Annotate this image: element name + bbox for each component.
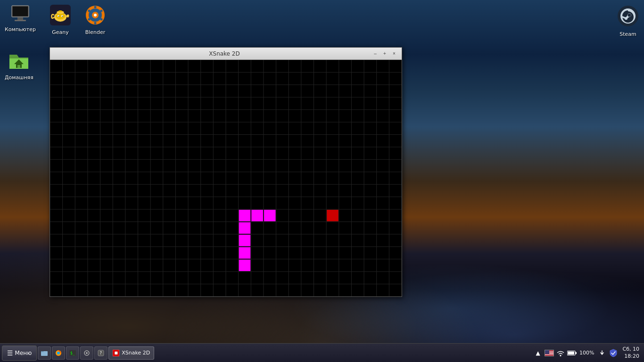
svg-rect-38 [568, 351, 574, 354]
taskbar-app5-btn[interactable]: ? [94, 346, 107, 360]
taskbar-filemanager-btn[interactable] [38, 346, 51, 360]
desktop-icon-geany[interactable]: Geany [50, 5, 71, 35]
desktop-icons-top-row: Компьютер [5, 5, 106, 35]
taskbar-tray: ▲ [533, 346, 642, 360]
desktop: Компьютер [0, 0, 644, 362]
svg-rect-3 [15, 20, 26, 21]
svg-point-22 [88, 10, 90, 12]
battery-icon [567, 350, 577, 356]
update-icon [598, 349, 606, 357]
svg-point-6 [56, 13, 65, 19]
taskbar: ☰ Меню [0, 343, 644, 362]
home-folder-label: Домашняя [5, 74, 33, 81]
desktop-icon-computer[interactable]: Компьютер [5, 5, 36, 33]
menu-label: Меню [15, 350, 32, 356]
taskbar-terminal-btn[interactable]: $_ [66, 346, 79, 360]
taskbar-settings-btn[interactable] [80, 346, 93, 360]
taskbar-menu-button[interactable]: ☰ Меню [2, 346, 37, 361]
menu-icon: ☰ [7, 349, 13, 357]
tray-battery[interactable] [567, 348, 577, 358]
geany-icon [50, 5, 71, 27]
svg-point-35 [560, 355, 561, 356]
svg-point-12 [62, 16, 63, 17]
xsnake-window-indicator: ■ [113, 350, 119, 356]
desktop-icon-steam[interactable]: Steam [617, 5, 639, 37]
taskbar-firefox-btn[interactable] [52, 346, 65, 360]
svg-point-21 [88, 18, 90, 21]
close-button[interactable]: × [390, 50, 398, 58]
steam-icon [617, 5, 639, 29]
blender-icon [85, 5, 106, 27]
taskbar-xsnake-btn[interactable]: ■ XSnake 2D [108, 346, 154, 360]
svg-point-18 [100, 10, 102, 12]
taskbar-windows: ■ XSnake 2D [108, 346, 532, 360]
desktop-icon-home[interactable]: Домашняя [5, 52, 33, 81]
window-title: XSnake 2D [77, 50, 372, 57]
svg-point-19 [100, 18, 102, 21]
svg-rect-2 [17, 17, 23, 20]
computer-icon [10, 5, 31, 25]
snake-canvas [50, 60, 402, 296]
svg-rect-37 [575, 352, 577, 354]
svg-point-16 [94, 14, 97, 16]
shield-icon [610, 349, 617, 357]
xsnake-window[interactable]: XSnake 2D – + × [50, 47, 402, 297]
svg-text:$_: $_ [70, 351, 75, 355]
svg-point-11 [58, 16, 59, 17]
taskbar-clock: Сб, 10 18:20 [620, 346, 642, 360]
minimize-button[interactable]: – [372, 50, 379, 58]
maximize-button[interactable]: + [381, 50, 388, 58]
blender-label: Blender [85, 29, 106, 35]
svg-point-8 [58, 10, 62, 12]
svg-point-32 [86, 352, 88, 354]
taskbar-xsnake-label: XSnake 2D [122, 350, 150, 356]
svg-point-17 [94, 6, 96, 8]
svg-rect-23 [17, 65, 20, 68]
svg-point-28 [57, 352, 60, 354]
chevron-up-icon: ▲ [536, 350, 540, 356]
flag-us-icon [545, 350, 554, 356]
svg-point-20 [94, 22, 96, 25]
computer-label: Компьютер [5, 26, 36, 33]
tray-flag[interactable] [545, 348, 554, 358]
tray-shield[interactable] [609, 348, 618, 358]
tray-update[interactable] [597, 348, 607, 358]
wifi-icon [556, 349, 565, 357]
steam-label: Steam [619, 31, 636, 37]
geany-label: Geany [52, 29, 69, 35]
home-folder-icon [8, 52, 29, 73]
taskbar-quicklaunch: $_ ? [38, 346, 107, 360]
tray-wifi[interactable] [556, 348, 565, 358]
svg-rect-1 [13, 7, 28, 16]
game-canvas [50, 60, 402, 296]
window-titlebar[interactable]: XSnake 2D – + × [50, 48, 402, 60]
svg-text:?: ? [99, 351, 102, 355]
window-controls: – + × [372, 50, 398, 58]
tray-chevron[interactable]: ▲ [533, 348, 543, 358]
tray-battery-percent: 100% [578, 348, 595, 358]
svg-point-25 [628, 14, 631, 17]
clock-date: Сб, 10 [623, 346, 639, 353]
desktop-icon-blender[interactable]: Blender [85, 5, 106, 35]
clock-time: 18:20 [623, 353, 639, 360]
